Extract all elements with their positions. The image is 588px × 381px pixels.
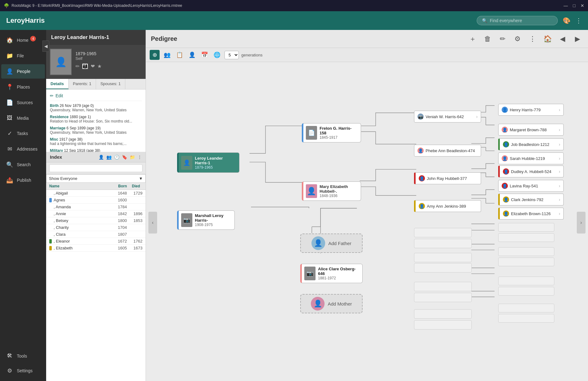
list-item[interactable]: , Eleanor 1672 1762: [46, 238, 146, 245]
list-item[interactable]: , Charity 1704: [46, 224, 146, 231]
index-group-icon[interactable]: 👥: [106, 155, 112, 160]
list-item[interactable]: , Abigail 1648 1729: [46, 190, 146, 197]
pedigree-view-web[interactable]: 🌐: [212, 50, 222, 60]
index-more-icon[interactable]: ⋮: [137, 155, 142, 160]
tab-parents[interactable]: Parents: 1: [69, 79, 96, 89]
index-list-icon[interactable]: 👤: [99, 155, 104, 160]
mff-person-box[interactable]: 👤 Dudley A. Hubbell-524 ›: [498, 166, 564, 177]
close-button[interactable]: ✕: [581, 3, 584, 8]
mmf-person-name: Clark Jenkins-792: [511, 197, 543, 202]
tab-details[interactable]: Details: [46, 79, 69, 89]
sidebar-item-addresses[interactable]: ✉ Addresses: [1, 142, 45, 156]
person-family-icon[interactable]: 👨‍👩‍👧: [82, 63, 88, 69]
ff-indicator: 📷: [417, 113, 424, 120]
pedigree-scroll-right[interactable]: ›: [577, 212, 586, 234]
mfm-person-box[interactable]: 👤 Lavina Ray-541 ›: [498, 180, 564, 192]
pedigree-view-timeline[interactable]: 📅: [200, 50, 210, 60]
list-item[interactable]: , Betsey 1800 1853: [46, 217, 146, 224]
index-history-icon[interactable]: 🕐: [114, 155, 119, 160]
tab-spouses[interactable]: Spouses: 1: [96, 79, 125, 89]
palette-icon[interactable]: 🎨: [563, 17, 571, 24]
index-folder-icon[interactable]: 📁: [130, 155, 135, 160]
sidebar-item-search[interactable]: 🔍 Search: [1, 157, 45, 172]
mmm-person-name: Elizabeth Brown-1126: [511, 211, 551, 216]
pedigree-view-list[interactable]: 📋: [175, 50, 185, 60]
sidebar-item-tasks[interactable]: ✓ Tasks: [1, 126, 45, 141]
fff-person-box[interactable]: 👤 Henry Harris-779 ›: [498, 104, 564, 116]
sidebar-item-people[interactable]: 👤 People: [1, 64, 45, 79]
fact-military: Military 12 Sep 1918 (age 38) Warren, Ne…: [50, 148, 142, 152]
fm-person-box[interactable]: 👤 Phebe Ann Beadleston-474: [414, 145, 481, 157]
ff-person-name: Veniah W. Harris-642: [426, 114, 464, 119]
global-search-box[interactable]: 🔍: [477, 16, 558, 25]
add-father-box[interactable]: 👤 Add Father: [300, 234, 363, 253]
ff-person-box[interactable]: 📷 Veniah W. Harris-642 ›: [414, 111, 481, 123]
list-item[interactable]: , Clara 1807: [46, 231, 146, 238]
mmm-person-box[interactable]: 👤 Elizabeth Brown-1126 ›: [498, 208, 564, 219]
sidebar-item-media[interactable]: 🖼 Media: [1, 111, 45, 125]
sidebar-item-tools[interactable]: 🛠 Tools: [1, 349, 45, 363]
main-person-box[interactable]: 👤 Leroy Leander Harris-1 1879-1965: [177, 152, 239, 173]
person-edit-icon[interactable]: ✏: [75, 63, 80, 69]
pedigree-tools-icon[interactable]: ⚙: [512, 33, 523, 45]
pedigree-view-person[interactable]: 👤: [187, 50, 197, 60]
ffm-person-box[interactable]: 👤 Margaret Brown-788 ›: [498, 124, 564, 136]
window-controls[interactable]: — □ ✕: [564, 3, 584, 8]
person-action-icons: ✏ 👨‍👩‍👧 ❤ ★: [75, 63, 102, 69]
pedigree-canvas[interactable]: 👤 Leroy Leander Harris-1 1879-1965 📷 Mar…: [146, 62, 588, 381]
person-meta: 1879-1965 Self ✏ 👨‍👩‍👧 ❤ ★: [75, 49, 102, 69]
fmf-person-box[interactable]: 👤 Job Beadleston-1212 ›: [498, 138, 564, 150]
row-indicator: [49, 232, 52, 237]
list-item[interactable]: Agnes 1600: [46, 197, 146, 204]
media-icon: 🖼: [6, 115, 13, 121]
topbar-right: 🔍 🎨 ⋮: [477, 16, 582, 25]
generations-select[interactable]: 5 4 3: [224, 51, 239, 59]
sidebar-item-home[interactable]: 🏠 Home 4: [1, 33, 45, 47]
pedigree-prev-icon[interactable]: ◀: [557, 33, 568, 45]
global-search-input[interactable]: [490, 18, 552, 23]
minimize-button[interactable]: —: [564, 3, 568, 8]
pedigree-edit-icon[interactable]: ✏: [497, 33, 508, 45]
pedigree-view-pedigree[interactable]: ⊕: [150, 50, 160, 60]
sidebar-item-file[interactable]: 📁 File: [1, 49, 45, 63]
pedigree-delete-icon[interactable]: 🗑: [482, 33, 493, 45]
list-item[interactable]: , Amanda 1784: [46, 204, 146, 210]
index-bookmark-icon[interactable]: 🔖: [122, 155, 127, 160]
index-search-input[interactable]: [49, 164, 142, 172]
mmf-person-box[interactable]: 👤 Clark Jenkins-792 ›: [498, 194, 564, 205]
sidebar-item-sources[interactable]: 📄 Sources: [1, 95, 45, 110]
edit-button[interactable]: ✏ Edit: [50, 92, 142, 101]
pedigree-more-icon[interactable]: ⋮: [527, 33, 538, 45]
pedigree-view-family[interactable]: 👥: [162, 50, 172, 60]
pedigree-home-nav-icon[interactable]: 🏠: [542, 33, 553, 45]
fff-person-name: Henry Harris-779: [510, 108, 541, 112]
mf-person-box[interactable]: 👤 John Ray Hubbell-377: [414, 172, 481, 184]
son-person-box[interactable]: 📷 Marshall Leroy Harris- 1908-1975: [177, 210, 235, 230]
fact-type-marriage: Marriage: [50, 126, 66, 130]
index-filter[interactable]: Show Everyone ▼: [46, 174, 146, 183]
sidebar-item-settings[interactable]: ⚙ Settings: [1, 364, 45, 378]
maximize-button[interactable]: □: [573, 3, 576, 8]
person-star-icon[interactable]: ★: [97, 63, 102, 69]
mm-person-box[interactable]: 👤 Amy Ann Jenkins-389: [414, 200, 481, 212]
add-mother-box[interactable]: 👤 Add Mother: [300, 294, 363, 313]
menu-icon[interactable]: ⋮: [576, 17, 582, 24]
list-item[interactable]: , Annie 1842 1896: [46, 210, 146, 217]
sidebar-item-places[interactable]: 📍 Places: [1, 80, 45, 94]
main-person-thumb: 👤: [181, 156, 192, 170]
pedigree-scroll-left[interactable]: ‹: [148, 212, 157, 234]
file-icon: 📁: [6, 52, 13, 59]
fact-birth: Birth 26 Nov 1879 (age 0) Queensbury, Wa…: [50, 103, 142, 112]
mother-person-box[interactable]: 👤 Mary Elizabeth Hubbell-. 1848-1936: [302, 181, 361, 201]
fmm-person-box[interactable]: 👤 Sarah Hubble-1219 ›: [498, 152, 564, 164]
placeholder-col3-5: [414, 282, 472, 291]
pedigree-next-icon[interactable]: ▶: [572, 33, 583, 45]
alice-person-box[interactable]: 📷 Alice Clare Osberg-646 1881-1972: [300, 264, 363, 283]
sidebar-item-publish[interactable]: 📤 Publish: [1, 173, 45, 187]
ffm-indicator: 👤: [502, 127, 508, 133]
sidebar-collapse-button[interactable]: ◀: [42, 41, 49, 52]
pedigree-add-icon[interactable]: ＋: [467, 33, 478, 45]
person-heart-icon[interactable]: ❤: [91, 63, 95, 69]
list-item[interactable]: , Elizabeth 1605 1673: [46, 245, 146, 252]
father-person-box[interactable]: 📄 Frelon G. Harris-158 1845-1917: [302, 123, 361, 142]
